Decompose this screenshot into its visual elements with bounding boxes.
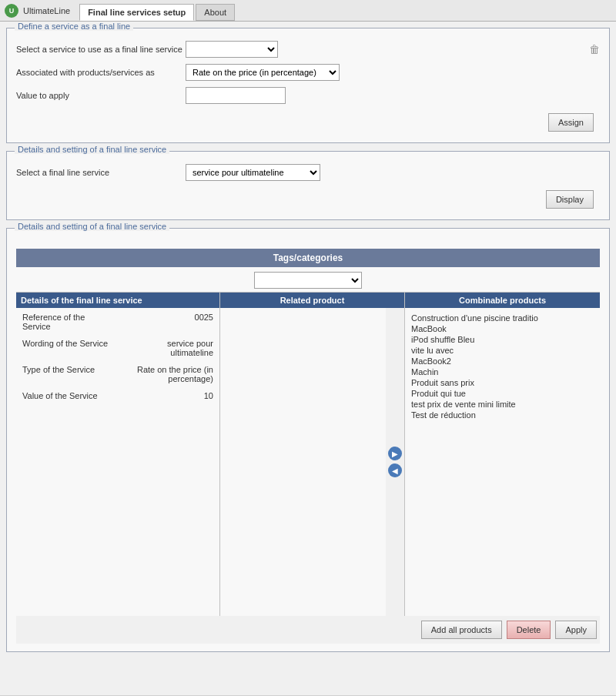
- list-item[interactable]: vite lu avec: [410, 345, 595, 356]
- tab-final-line-setup[interactable]: Final line services setup: [79, 4, 194, 21]
- section3-title: Details and setting of a final line serv…: [15, 222, 169, 231]
- details-table: Reference of the Service 0025 Wording of…: [16, 308, 219, 405]
- col3-header: Combinable products: [405, 293, 600, 308]
- select-service-control: [186, 41, 584, 58]
- category-select-row: [16, 272, 600, 289]
- select-final-service-control: service pour ultimateline: [186, 164, 600, 181]
- main-content: Define a service as a final line Select …: [0, 22, 616, 695]
- arrow-buttons: ▶ ◀: [386, 308, 404, 616]
- col-related: Related product ▶ ◀: [220, 293, 405, 616]
- section-define-service: Define a service as a final line Select …: [6, 28, 610, 143]
- section2-content: Select a final line service service pour…: [7, 152, 609, 219]
- select-service-row: Select a service to use as a final line …: [16, 41, 600, 58]
- related-scroll-panel[interactable]: [220, 308, 386, 616]
- value-label: Value to apply: [16, 91, 186, 100]
- list-item[interactable]: MacBook2: [410, 356, 595, 366]
- related-container: ▶ ◀: [220, 308, 404, 616]
- select-final-service-label: Select a final line service: [16, 168, 186, 177]
- col1-header: Details of the final line service: [16, 293, 219, 308]
- col2-header: Related product: [220, 293, 404, 308]
- detail-label-3: Value of the Service: [18, 388, 117, 403]
- table-row: Reference of the Service 0025: [18, 310, 218, 334]
- display-button[interactable]: Display: [546, 190, 594, 209]
- list-item[interactable]: Produit qui tue: [410, 388, 595, 399]
- value-control: [186, 87, 600, 104]
- section2-title: Details and setting of a final line serv…: [15, 145, 169, 154]
- list-item[interactable]: iPod shuffle Bleu: [410, 334, 595, 345]
- detail-label-1: Wording of the Service: [18, 336, 117, 360]
- app-logo: U: [5, 4, 18, 18]
- table-row: Type of the Service Rate on the price (i…: [18, 362, 218, 386]
- tab-about[interactable]: About: [196, 4, 235, 21]
- list-item[interactable]: Construction d'une piscine traditio: [410, 313, 595, 323]
- title-bar: U UltimateLine Final line services setup…: [0, 0, 616, 22]
- table-row: Value of the Service 10: [18, 388, 218, 403]
- select-final-service-row: Select a final line service service pour…: [16, 164, 600, 181]
- add-all-products-button[interactable]: Add all products: [421, 621, 502, 639]
- tab-bar: Final line services setup About: [79, 0, 236, 21]
- category-select[interactable]: [254, 272, 362, 289]
- section-details-table: Details and setting of a final line serv…: [6, 228, 610, 652]
- section-details-setting: Details and setting of a final line serv…: [6, 151, 610, 220]
- value-input[interactable]: [186, 87, 286, 104]
- service-select[interactable]: [186, 41, 278, 58]
- list-item[interactable]: Machin: [410, 366, 595, 377]
- list-item[interactable]: Produit sans prix: [410, 377, 595, 388]
- associated-row: Associated with products/services as Rat…: [16, 64, 600, 81]
- value-row: Value to apply: [16, 87, 600, 104]
- section3-content: Tags/categories Details of the final lin…: [7, 236, 609, 651]
- col-combinable: Combinable products Construction d'une p…: [405, 293, 600, 616]
- combinable-list: Construction d'une piscine traditioMacBo…: [407, 310, 598, 423]
- detail-value-1: service pour ultimateline: [119, 336, 218, 360]
- display-btn-row: Display: [16, 187, 600, 212]
- detail-value-3: 10: [119, 388, 218, 403]
- list-item[interactable]: MacBook: [410, 323, 595, 334]
- three-col-layout: Details of the final line service Refere…: [16, 292, 600, 616]
- related-items: [220, 308, 386, 608]
- detail-value-0: 0025: [119, 310, 218, 334]
- final-service-select[interactable]: service pour ultimateline: [186, 164, 320, 181]
- detail-label-2: Type of the Service: [18, 362, 117, 386]
- combinable-scroll-panel[interactable]: Construction d'une piscine traditioMacBo…: [405, 308, 600, 616]
- list-item[interactable]: Test de réduction: [410, 410, 595, 420]
- info-icon: 🗑: [589, 43, 600, 55]
- rate-select[interactable]: Rate on the price (in percentage) Fixed …: [186, 64, 340, 81]
- col-details: Details of the final line service Refere…: [16, 293, 220, 616]
- associated-control: Rate on the price (in percentage) Fixed …: [186, 64, 600, 81]
- arrow-left-button[interactable]: ◀: [388, 463, 402, 477]
- table-row: Wording of the Service service pour ulti…: [18, 336, 218, 360]
- bottom-actions: Add all products Delete Apply: [16, 616, 600, 644]
- arrow-right-button[interactable]: ▶: [388, 447, 402, 460]
- section1-title: Define a service as a final line: [15, 22, 133, 31]
- assign-btn-row: Assign: [16, 110, 600, 135]
- detail-label-0: Reference of the Service: [18, 310, 117, 334]
- select-service-label: Select a service to use as a final line …: [16, 45, 186, 54]
- app-name: UltimateLine: [23, 6, 70, 15]
- detail-value-2: Rate on the price (in percentage): [119, 362, 218, 386]
- list-item[interactable]: test prix de vente mini limite: [410, 399, 595, 410]
- assign-button[interactable]: Assign: [548, 113, 594, 132]
- apply-button[interactable]: Apply: [555, 621, 597, 639]
- delete-button[interactable]: Delete: [507, 621, 551, 639]
- associated-label: Associated with products/services as: [16, 68, 186, 77]
- section1-content: Select a service to use as a final line …: [7, 28, 609, 142]
- tags-header: Tags/categories: [16, 249, 600, 267]
